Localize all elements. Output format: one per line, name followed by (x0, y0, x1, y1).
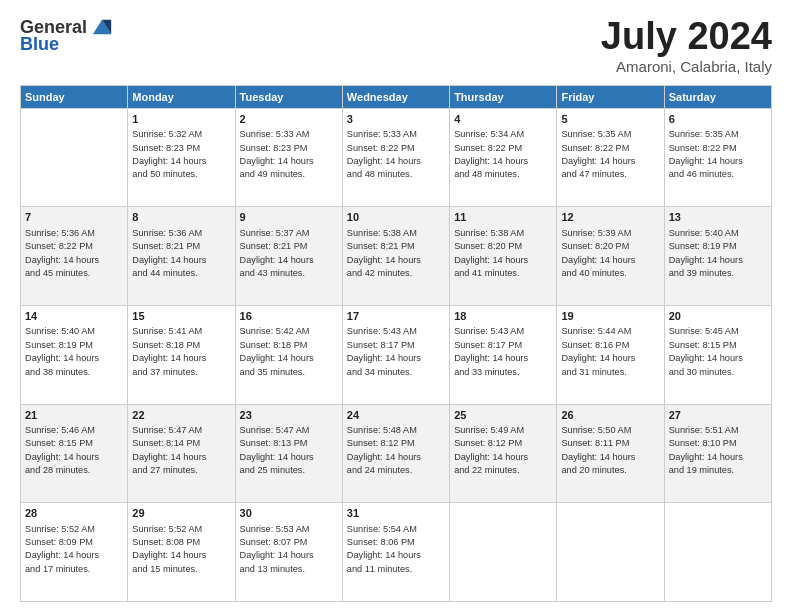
day-info: Sunrise: 5:54 AM Sunset: 8:06 PM Dayligh… (347, 523, 445, 576)
calendar-week-4: 21Sunrise: 5:46 AM Sunset: 8:15 PM Dayli… (21, 404, 772, 503)
day-info: Sunrise: 5:43 AM Sunset: 8:17 PM Dayligh… (347, 325, 445, 378)
day-info: Sunrise: 5:46 AM Sunset: 8:15 PM Dayligh… (25, 424, 123, 477)
logo-icon (91, 16, 113, 38)
table-cell: 2Sunrise: 5:33 AM Sunset: 8:23 PM Daylig… (235, 108, 342, 207)
header: General Blue July 2024 Amaroni, Calabria… (20, 16, 772, 75)
table-cell: 18Sunrise: 5:43 AM Sunset: 8:17 PM Dayli… (450, 306, 557, 405)
day-info: Sunrise: 5:40 AM Sunset: 8:19 PM Dayligh… (25, 325, 123, 378)
month-title: July 2024 (601, 16, 772, 58)
table-cell: 9Sunrise: 5:37 AM Sunset: 8:21 PM Daylig… (235, 207, 342, 306)
day-info: Sunrise: 5:35 AM Sunset: 8:22 PM Dayligh… (669, 128, 767, 181)
day-number: 10 (347, 210, 445, 225)
day-number: 13 (669, 210, 767, 225)
day-number: 22 (132, 408, 230, 423)
calendar-week-5: 28Sunrise: 5:52 AM Sunset: 8:09 PM Dayli… (21, 503, 772, 602)
table-cell: 1Sunrise: 5:32 AM Sunset: 8:23 PM Daylig… (128, 108, 235, 207)
table-cell: 17Sunrise: 5:43 AM Sunset: 8:17 PM Dayli… (342, 306, 449, 405)
day-number: 30 (240, 506, 338, 521)
day-info: Sunrise: 5:52 AM Sunset: 8:09 PM Dayligh… (25, 523, 123, 576)
day-info: Sunrise: 5:47 AM Sunset: 8:14 PM Dayligh… (132, 424, 230, 477)
day-number: 23 (240, 408, 338, 423)
day-number: 4 (454, 112, 552, 127)
day-info: Sunrise: 5:52 AM Sunset: 8:08 PM Dayligh… (132, 523, 230, 576)
day-info: Sunrise: 5:32 AM Sunset: 8:23 PM Dayligh… (132, 128, 230, 181)
table-cell: 30Sunrise: 5:53 AM Sunset: 8:07 PM Dayli… (235, 503, 342, 602)
day-info: Sunrise: 5:35 AM Sunset: 8:22 PM Dayligh… (561, 128, 659, 181)
table-cell: 26Sunrise: 5:50 AM Sunset: 8:11 PM Dayli… (557, 404, 664, 503)
header-friday: Friday (557, 85, 664, 108)
day-info: Sunrise: 5:41 AM Sunset: 8:18 PM Dayligh… (132, 325, 230, 378)
day-number: 28 (25, 506, 123, 521)
day-info: Sunrise: 5:40 AM Sunset: 8:19 PM Dayligh… (669, 227, 767, 280)
header-wednesday: Wednesday (342, 85, 449, 108)
calendar-header-row: Sunday Monday Tuesday Wednesday Thursday… (21, 85, 772, 108)
day-number: 19 (561, 309, 659, 324)
table-cell: 14Sunrise: 5:40 AM Sunset: 8:19 PM Dayli… (21, 306, 128, 405)
day-number: 2 (240, 112, 338, 127)
day-number: 6 (669, 112, 767, 127)
day-info: Sunrise: 5:48 AM Sunset: 8:12 PM Dayligh… (347, 424, 445, 477)
header-sunday: Sunday (21, 85, 128, 108)
table-cell (557, 503, 664, 602)
table-cell: 13Sunrise: 5:40 AM Sunset: 8:19 PM Dayli… (664, 207, 771, 306)
day-info: Sunrise: 5:34 AM Sunset: 8:22 PM Dayligh… (454, 128, 552, 181)
day-number: 29 (132, 506, 230, 521)
calendar-week-1: 1Sunrise: 5:32 AM Sunset: 8:23 PM Daylig… (21, 108, 772, 207)
day-number: 12 (561, 210, 659, 225)
day-info: Sunrise: 5:36 AM Sunset: 8:22 PM Dayligh… (25, 227, 123, 280)
calendar-week-3: 14Sunrise: 5:40 AM Sunset: 8:19 PM Dayli… (21, 306, 772, 405)
day-info: Sunrise: 5:37 AM Sunset: 8:21 PM Dayligh… (240, 227, 338, 280)
header-thursday: Thursday (450, 85, 557, 108)
table-cell: 21Sunrise: 5:46 AM Sunset: 8:15 PM Dayli… (21, 404, 128, 503)
table-cell: 7Sunrise: 5:36 AM Sunset: 8:22 PM Daylig… (21, 207, 128, 306)
table-cell: 28Sunrise: 5:52 AM Sunset: 8:09 PM Dayli… (21, 503, 128, 602)
day-number: 17 (347, 309, 445, 324)
table-cell: 22Sunrise: 5:47 AM Sunset: 8:14 PM Dayli… (128, 404, 235, 503)
day-number: 27 (669, 408, 767, 423)
header-saturday: Saturday (664, 85, 771, 108)
day-number: 24 (347, 408, 445, 423)
table-cell: 4Sunrise: 5:34 AM Sunset: 8:22 PM Daylig… (450, 108, 557, 207)
day-number: 7 (25, 210, 123, 225)
day-info: Sunrise: 5:38 AM Sunset: 8:21 PM Dayligh… (347, 227, 445, 280)
day-info: Sunrise: 5:47 AM Sunset: 8:13 PM Dayligh… (240, 424, 338, 477)
day-info: Sunrise: 5:36 AM Sunset: 8:21 PM Dayligh… (132, 227, 230, 280)
day-info: Sunrise: 5:50 AM Sunset: 8:11 PM Dayligh… (561, 424, 659, 477)
table-cell (21, 108, 128, 207)
day-info: Sunrise: 5:33 AM Sunset: 8:22 PM Dayligh… (347, 128, 445, 181)
header-tuesday: Tuesday (235, 85, 342, 108)
calendar-week-2: 7Sunrise: 5:36 AM Sunset: 8:22 PM Daylig… (21, 207, 772, 306)
table-cell: 24Sunrise: 5:48 AM Sunset: 8:12 PM Dayli… (342, 404, 449, 503)
table-cell: 25Sunrise: 5:49 AM Sunset: 8:12 PM Dayli… (450, 404, 557, 503)
table-cell: 6Sunrise: 5:35 AM Sunset: 8:22 PM Daylig… (664, 108, 771, 207)
day-number: 14 (25, 309, 123, 324)
day-info: Sunrise: 5:45 AM Sunset: 8:15 PM Dayligh… (669, 325, 767, 378)
day-number: 26 (561, 408, 659, 423)
table-cell: 12Sunrise: 5:39 AM Sunset: 8:20 PM Dayli… (557, 207, 664, 306)
location-subtitle: Amaroni, Calabria, Italy (601, 58, 772, 75)
day-info: Sunrise: 5:39 AM Sunset: 8:20 PM Dayligh… (561, 227, 659, 280)
page: General Blue July 2024 Amaroni, Calabria… (0, 0, 792, 612)
day-number: 31 (347, 506, 445, 521)
day-number: 9 (240, 210, 338, 225)
calendar-table: Sunday Monday Tuesday Wednesday Thursday… (20, 85, 772, 602)
table-cell: 23Sunrise: 5:47 AM Sunset: 8:13 PM Dayli… (235, 404, 342, 503)
title-block: July 2024 Amaroni, Calabria, Italy (601, 16, 772, 75)
day-info: Sunrise: 5:44 AM Sunset: 8:16 PM Dayligh… (561, 325, 659, 378)
table-cell (664, 503, 771, 602)
day-info: Sunrise: 5:42 AM Sunset: 8:18 PM Dayligh… (240, 325, 338, 378)
table-cell: 11Sunrise: 5:38 AM Sunset: 8:20 PM Dayli… (450, 207, 557, 306)
day-number: 16 (240, 309, 338, 324)
day-number: 8 (132, 210, 230, 225)
table-cell: 31Sunrise: 5:54 AM Sunset: 8:06 PM Dayli… (342, 503, 449, 602)
day-info: Sunrise: 5:49 AM Sunset: 8:12 PM Dayligh… (454, 424, 552, 477)
table-cell: 15Sunrise: 5:41 AM Sunset: 8:18 PM Dayli… (128, 306, 235, 405)
table-cell: 16Sunrise: 5:42 AM Sunset: 8:18 PM Dayli… (235, 306, 342, 405)
table-cell: 5Sunrise: 5:35 AM Sunset: 8:22 PM Daylig… (557, 108, 664, 207)
day-number: 5 (561, 112, 659, 127)
day-number: 21 (25, 408, 123, 423)
day-number: 18 (454, 309, 552, 324)
day-number: 3 (347, 112, 445, 127)
table-cell: 3Sunrise: 5:33 AM Sunset: 8:22 PM Daylig… (342, 108, 449, 207)
table-cell: 8Sunrise: 5:36 AM Sunset: 8:21 PM Daylig… (128, 207, 235, 306)
